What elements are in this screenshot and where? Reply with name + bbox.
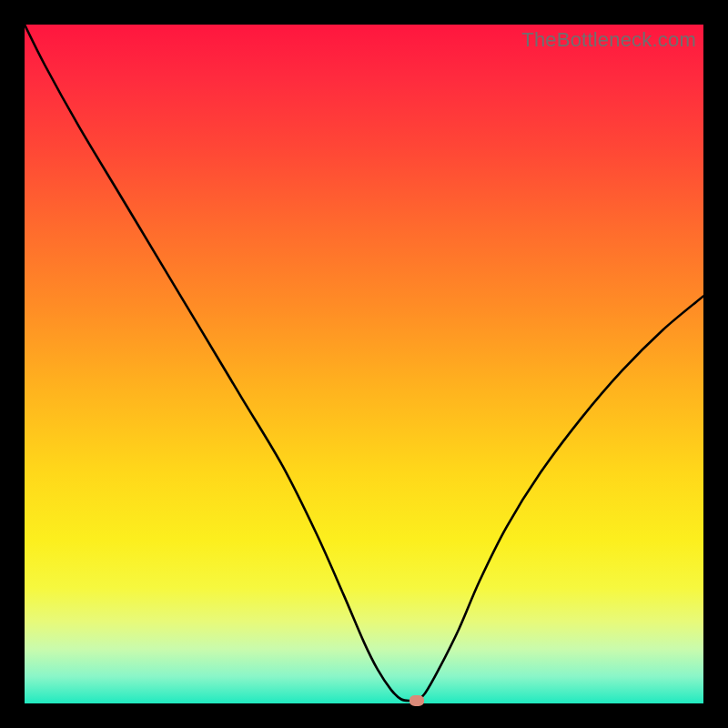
chart-frame: TheBottleneck.com bbox=[0, 0, 728, 728]
bottleneck-curve bbox=[25, 25, 703, 703]
watermark-text: TheBottleneck.com bbox=[521, 28, 696, 52]
chart-plot-area: TheBottleneck.com bbox=[25, 25, 703, 703]
bottleneck-marker bbox=[410, 695, 424, 706]
